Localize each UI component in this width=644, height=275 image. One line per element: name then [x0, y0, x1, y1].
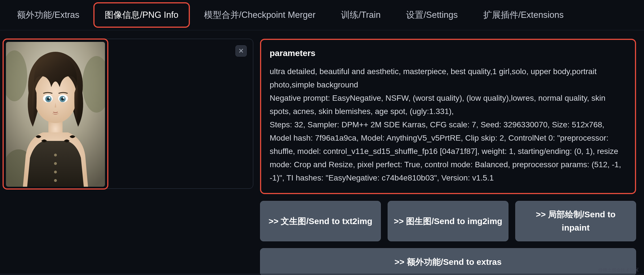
watermark: @稀土掘金技术社区: [598, 267, 639, 273]
send-to-txt2img-button[interactable]: >> 文生图/Send to txt2img: [260, 201, 381, 241]
parameters-text: ultra detailed, beautiful and aesthetic,…: [270, 65, 626, 184]
parameters-title: parameters: [270, 48, 626, 58]
image-preview[interactable]: [6, 42, 105, 187]
image-container: ✕: [3, 39, 253, 189]
close-image-button[interactable]: ✕: [235, 45, 247, 57]
svg-point-5: [54, 154, 57, 156]
svg-point-17: [63, 97, 65, 99]
main-content: ✕ parameters ultra detailed, beautiful a…: [0, 30, 644, 275]
tab-train[interactable]: 训练/Train: [330, 2, 392, 28]
tab-settings[interactable]: 设置/Settings: [395, 2, 469, 28]
right-panel: parameters ultra detailed, beautiful and…: [260, 39, 641, 275]
send-to-inpaint-button[interactable]: >> 局部绘制/Send to inpaint: [515, 201, 636, 241]
button-row: >> 文生图/Send to txt2img >> 图生图/Send to im…: [260, 201, 636, 241]
tab-png-info[interactable]: 图像信息/PNG Info: [93, 2, 190, 28]
send-to-extras-button[interactable]: >> 额外功能/Send to extras: [260, 248, 636, 275]
left-panel: ✕: [3, 39, 253, 275]
svg-point-6: [54, 162, 57, 165]
bottom-divider: [0, 274, 644, 274]
close-icon: ✕: [238, 47, 244, 55]
svg-point-7: [54, 171, 57, 173]
tab-checkpoint-merger[interactable]: 模型合并/Checkpoint Merger: [193, 2, 327, 28]
tab-extensions[interactable]: 扩展插件/Extensions: [472, 2, 575, 28]
parameters-box: parameters ultra detailed, beautiful and…: [260, 39, 636, 194]
svg-point-16: [49, 97, 50, 99]
tab-extras[interactable]: 额外功能/Extras: [6, 2, 91, 28]
svg-point-8: [54, 179, 57, 182]
tab-bar: 额外功能/Extras 图像信息/PNG Info 模型合并/Checkpoin…: [0, 0, 644, 30]
send-to-img2img-button[interactable]: >> 图生图/Send to img2img: [388, 201, 508, 241]
